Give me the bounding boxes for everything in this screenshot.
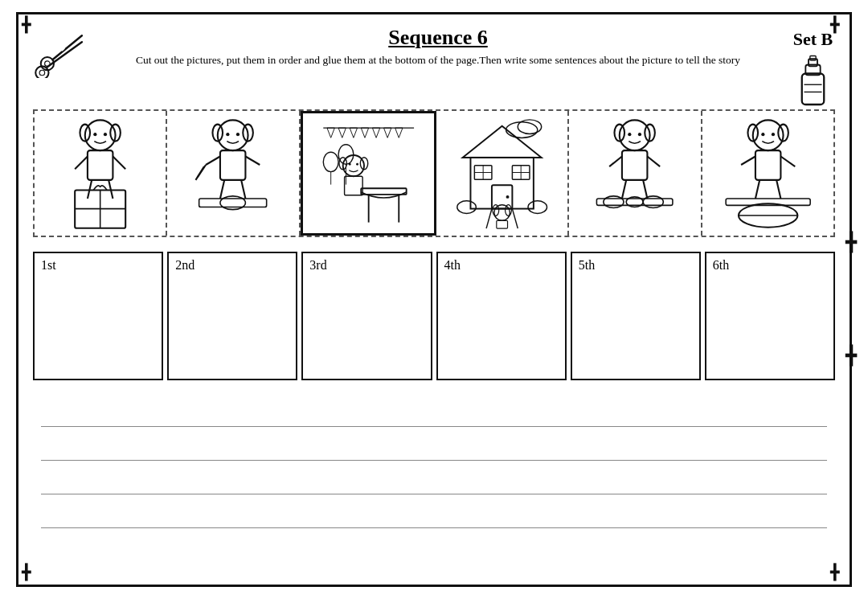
svg-rect-80	[497, 220, 508, 228]
svg-line-35	[241, 180, 245, 199]
svg-line-87	[609, 157, 622, 167]
svg-line-88	[648, 157, 661, 167]
svg-point-76	[528, 201, 547, 214]
svg-point-99	[772, 133, 775, 136]
svg-line-4	[52, 35, 82, 59]
svg-point-29	[227, 133, 230, 136]
svg-point-85	[638, 133, 641, 136]
svg-marker-45	[372, 128, 379, 137]
svg-line-20	[113, 157, 125, 170]
svg-line-19	[75, 157, 88, 170]
writing-line-3[interactable]	[41, 466, 827, 494]
svg-line-74	[512, 209, 518, 229]
seq-label-1: 1st	[41, 258, 155, 273]
svg-line-5	[47, 42, 82, 67]
scissors-icon	[33, 26, 85, 78]
picture-cell-2	[167, 111, 300, 236]
header: Sequence 6 Cut out the pictures, put the…	[33, 23, 835, 103]
seq-label-4: 4th	[444, 258, 559, 273]
svg-point-92	[604, 196, 624, 208]
glue-icon	[791, 51, 835, 100]
seq-label-6: 6th	[713, 258, 827, 273]
seq-label-3: 3rd	[309, 258, 424, 273]
picture-cell-4	[436, 111, 569, 236]
seq-box-2[interactable]: 2nd	[167, 252, 297, 380]
svg-marker-42	[338, 128, 346, 137]
page-title: Sequence 6	[85, 26, 791, 50]
svg-marker-64	[463, 126, 542, 158]
svg-point-75	[457, 201, 477, 214]
seq-label-2: 2nd	[175, 258, 289, 273]
svg-line-39	[196, 166, 205, 180]
svg-line-104	[776, 180, 780, 199]
seq-box-3[interactable]: 3rd	[301, 252, 432, 380]
svg-point-30	[236, 133, 240, 136]
seq-box-6[interactable]: 6th	[705, 252, 835, 380]
svg-point-77	[494, 205, 510, 221]
svg-point-58	[348, 163, 350, 166]
writing-line-2[interactable]	[41, 432, 827, 461]
svg-point-94	[643, 196, 663, 208]
svg-point-79	[506, 205, 512, 216]
svg-line-101	[741, 157, 755, 166]
svg-point-3	[39, 70, 45, 76]
svg-line-34	[220, 180, 224, 199]
svg-point-66	[506, 195, 510, 199]
svg-marker-41	[327, 128, 334, 137]
header-center: Sequence 6 Cut out the pictures, put the…	[85, 26, 791, 68]
worksheet-page: ╋ ╋ ╋ ╋ ╋ ╋ Sequence 6 Cut out the pictu…	[16, 12, 852, 587]
svg-rect-36	[199, 199, 267, 207]
side-mark-right: ╋	[845, 232, 856, 253]
svg-line-89	[622, 180, 626, 199]
seq-box-5[interactable]: 5th	[571, 252, 701, 380]
svg-line-102	[780, 157, 795, 167]
svg-marker-44	[361, 128, 368, 137]
corner-mark-br: ╋	[830, 565, 846, 581]
writing-line-1[interactable]	[41, 398, 827, 427]
picture-cell-5	[569, 111, 702, 236]
writing-line-4[interactable]	[41, 499, 827, 528]
svg-rect-86	[622, 150, 648, 180]
svg-point-61	[506, 122, 538, 138]
svg-rect-91	[597, 199, 674, 205]
set-label: Set B	[793, 26, 833, 50]
svg-point-62	[518, 120, 541, 134]
svg-line-32	[206, 157, 220, 166]
svg-line-90	[643, 180, 647, 199]
svg-point-48	[323, 152, 338, 171]
svg-line-103	[755, 180, 760, 199]
svg-rect-18	[88, 150, 113, 180]
svg-marker-43	[350, 128, 357, 137]
svg-point-17	[104, 133, 107, 136]
pictures-strip	[33, 109, 835, 237]
seq-box-4[interactable]: 4th	[436, 252, 567, 380]
picture-cell-3	[301, 111, 436, 236]
corner-mark-bl: ╋	[22, 565, 38, 581]
svg-rect-100	[755, 150, 781, 180]
svg-rect-60	[344, 176, 362, 195]
svg-line-33	[246, 157, 260, 166]
svg-marker-46	[383, 128, 391, 137]
svg-point-98	[761, 133, 764, 136]
svg-rect-52	[361, 188, 406, 195]
svg-marker-47	[395, 128, 402, 137]
svg-line-73	[486, 209, 492, 229]
seq-label-5: 5th	[579, 258, 693, 273]
svg-point-84	[628, 133, 632, 136]
svg-rect-7	[802, 73, 824, 104]
side-mark-right2: ╋	[845, 346, 856, 367]
svg-rect-31	[220, 150, 246, 180]
instructions-text: Cut out the pictures, put them in order …	[85, 53, 791, 68]
writing-section	[33, 398, 835, 528]
picture-cell-6	[702, 111, 833, 236]
svg-point-78	[493, 205, 499, 216]
svg-point-16	[93, 133, 96, 136]
sequence-row: 1st 2nd 3rd 4th 5th 6th	[33, 252, 835, 380]
seq-box-1[interactable]: 1st	[33, 252, 163, 380]
svg-point-59	[356, 163, 358, 166]
picture-cell-1	[35, 111, 167, 236]
